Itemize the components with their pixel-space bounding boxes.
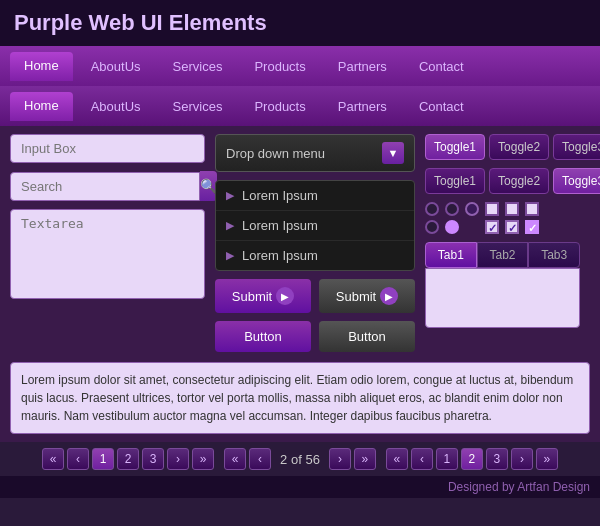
footer-text: Designed by Artfan Design — [448, 480, 590, 494]
nav1-contact[interactable]: Contact — [405, 53, 478, 80]
dropdown-item-label: Lorem Ipsum — [242, 218, 318, 233]
input-box[interactable] — [10, 134, 205, 163]
nav2-aboutus[interactable]: AboutUs — [77, 93, 155, 120]
checkbox-check-1[interactable]: ✓ — [485, 220, 499, 234]
pag3-next[interactable]: › — [511, 448, 533, 470]
checkbox-empty-2[interactable] — [505, 202, 519, 216]
pag3-prev[interactable]: ‹ — [411, 448, 433, 470]
button-row: Button Button — [215, 321, 415, 352]
text-block: Lorem ipsum dolor sit amet, consectetur … — [10, 362, 590, 434]
checkbox-check-2[interactable]: ✓ — [505, 220, 519, 234]
button-purple[interactable]: Button — [215, 321, 311, 352]
pag2-first[interactable]: « — [224, 448, 246, 470]
pag2-label: 2 of 56 — [274, 452, 326, 467]
pag2-next[interactable]: › — [329, 448, 351, 470]
toggle2-btn1[interactable]: Toggle1 — [425, 168, 485, 194]
dropdown-header[interactable]: Drop down menu ▼ — [215, 134, 415, 172]
submit-arrow-dark-icon: ▶ — [380, 287, 398, 305]
tabs-header: Tab1 Tab2 Tab3 — [425, 242, 580, 268]
toggle-row-1: Toggle1 Toggle2 Toggle3 — [425, 134, 580, 160]
radio-line-1 — [425, 202, 580, 216]
pag1-page2[interactable]: 2 — [117, 448, 139, 470]
submit-button-dark[interactable]: Submit ▶ — [319, 279, 415, 313]
radio-full-1[interactable] — [465, 202, 479, 216]
submit-label: Submit — [232, 289, 272, 304]
submit-arrow-icon: ▶ — [276, 287, 294, 305]
nav1-aboutus[interactable]: AboutUs — [77, 53, 155, 80]
middle-column: Drop down menu ▼ ▶ Lorem Ipsum ▶ Lorem I… — [215, 134, 415, 352]
radio-empty-1[interactable] — [425, 202, 439, 216]
dropdown-label: Drop down menu — [226, 146, 325, 161]
toggle2-btn2[interactable]: Toggle2 — [489, 168, 549, 194]
pagination-row: « ‹ 1 2 3 › » « ‹ 2 of 56 › » « ‹ 1 2 3 … — [0, 442, 600, 476]
nav1-services[interactable]: Services — [159, 53, 237, 80]
nav1-home[interactable]: Home — [10, 52, 73, 81]
tab2-btn[interactable]: Tab2 — [477, 242, 529, 268]
search-row: 🔍 — [10, 171, 205, 201]
dropdown-item-label: Lorem Ipsum — [242, 188, 318, 203]
dropdown-item[interactable]: ▶ Lorem Ipsum — [216, 211, 414, 241]
controls-row: ✓ ✓ ✓ — [425, 202, 580, 234]
dropdown-item[interactable]: ▶ Lorem Ipsum — [216, 181, 414, 211]
checkbox-empty-3[interactable] — [525, 202, 539, 216]
textarea[interactable] — [10, 209, 205, 299]
pagination-group-2: « ‹ 2 of 56 › » — [224, 448, 376, 470]
right-column: Toggle1 Toggle2 Toggle3 Toggle1 Toggle2 … — [425, 134, 580, 352]
dropdown-list: ▶ Lorem Ipsum ▶ Lorem Ipsum ▶ Lorem Ipsu… — [215, 180, 415, 271]
page-title: Purple Web UI Elements — [0, 0, 600, 46]
pag1-next[interactable]: › — [167, 448, 189, 470]
pagination-group-3: « ‹ 1 2 3 › » — [386, 448, 558, 470]
arrow-right-icon: ▶ — [226, 249, 234, 262]
pag1-first[interactable]: « — [42, 448, 64, 470]
radio-empty-3[interactable] — [425, 220, 439, 234]
primary-nav: Home AboutUs Services Products Partners … — [0, 46, 600, 86]
pag1-page1[interactable]: 1 — [92, 448, 114, 470]
tabs-container: Tab1 Tab2 Tab3 — [425, 242, 580, 328]
tab-content — [425, 268, 580, 328]
arrow-right-icon: ▶ — [226, 189, 234, 202]
footer: Designed by Artfan Design — [0, 476, 600, 498]
tab3-btn[interactable]: Tab3 — [528, 242, 580, 268]
pag2-prev[interactable]: ‹ — [249, 448, 271, 470]
pag2-last[interactable]: » — [354, 448, 376, 470]
left-column: 🔍 — [10, 134, 205, 352]
checkbox-empty-1[interactable] — [485, 202, 499, 216]
tab1-btn[interactable]: Tab1 — [425, 242, 477, 268]
nav2-home[interactable]: Home — [10, 92, 73, 121]
dropdown-arrow-icon: ▼ — [382, 142, 404, 164]
nav1-products[interactable]: Products — [240, 53, 319, 80]
submit-label-dark: Submit — [336, 289, 376, 304]
arrow-right-icon: ▶ — [226, 219, 234, 232]
search-input[interactable] — [10, 172, 200, 201]
dropdown-item[interactable]: ▶ Lorem Ipsum — [216, 241, 414, 270]
radio-line-2: ✓ ✓ ✓ — [425, 220, 580, 234]
checkbox-filled-1[interactable]: ✓ — [525, 220, 539, 234]
pag3-page1[interactable]: 1 — [436, 448, 458, 470]
radio-empty-2[interactable] — [445, 202, 459, 216]
button-dark[interactable]: Button — [319, 321, 415, 352]
pag3-last[interactable]: » — [536, 448, 558, 470]
nav2-services[interactable]: Services — [159, 93, 237, 120]
submit-row: Submit ▶ Submit ▶ — [215, 279, 415, 313]
radio-filled-1[interactable] — [445, 220, 459, 234]
toggle2-btn3[interactable]: Toggle3 — [553, 168, 600, 194]
pag3-page3[interactable]: 3 — [486, 448, 508, 470]
pagination-group-1: « ‹ 1 2 3 › » — [42, 448, 214, 470]
pag1-page3[interactable]: 3 — [142, 448, 164, 470]
nav2-partners[interactable]: Partners — [324, 93, 401, 120]
pag1-last[interactable]: » — [192, 448, 214, 470]
nav1-partners[interactable]: Partners — [324, 53, 401, 80]
pag3-first[interactable]: « — [386, 448, 408, 470]
main-area: 🔍 Drop down menu ▼ ▶ Lorem Ipsum ▶ Lorem… — [0, 126, 600, 442]
toggle-row-2: Toggle1 Toggle2 Toggle3 — [425, 168, 580, 194]
toggle1-btn3[interactable]: Toggle3 — [553, 134, 600, 160]
toggle1-btn1[interactable]: Toggle1 — [425, 134, 485, 160]
nav2-products[interactable]: Products — [240, 93, 319, 120]
dropdown-item-label: Lorem Ipsum — [242, 248, 318, 263]
toggle1-btn2[interactable]: Toggle2 — [489, 134, 549, 160]
secondary-nav: Home AboutUs Services Products Partners … — [0, 86, 600, 126]
submit-button-purple[interactable]: Submit ▶ — [215, 279, 311, 313]
pag3-page2[interactable]: 2 — [461, 448, 483, 470]
pag1-prev[interactable]: ‹ — [67, 448, 89, 470]
nav2-contact[interactable]: Contact — [405, 93, 478, 120]
